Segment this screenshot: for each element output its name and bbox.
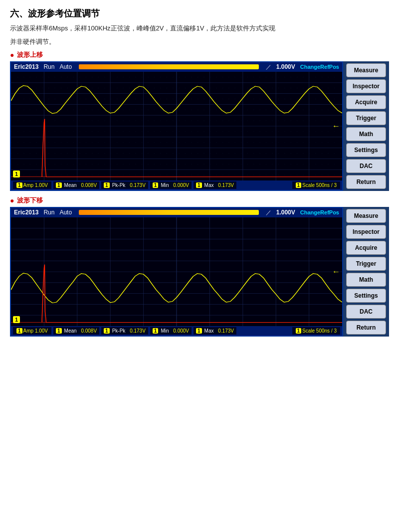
osc2-inspector-button[interactable]: Inspector [346, 225, 386, 239]
osc2-acquire-button[interactable]: Acquire [346, 241, 386, 255]
osc2-footer: 1Amp 1.00V 1 Mean 0.008V 1 Pk-Pk 0.173V … [11, 326, 342, 336]
osc1-acquire-button[interactable]: Acquire [346, 95, 386, 109]
osc2-scale: 1Scale 500ns / 3 [292, 327, 341, 335]
osc2-math-button[interactable]: Math [346, 273, 386, 287]
osc2-voltage: 1.000V [276, 209, 295, 216]
osc1-header: Eric2013 Run Auto ／ 1.000V ChangeRefPos [11, 62, 342, 72]
osc1-math-button[interactable]: Math [346, 127, 386, 141]
osc1-mean: 1 Mean 0.008V [53, 181, 99, 189]
osc2-trigger-icon: ／ [266, 209, 271, 216]
osc2-run: Run [43, 209, 54, 216]
osc1-grid-svg [11, 72, 342, 180]
osc1-scale: 1Scale 500ns / 3 [292, 181, 341, 189]
osc1-footer: 1Amp 1.00V 1 Mean 0.008V 1 Pk-Pk 0.173V … [11, 180, 342, 190]
section-title: 六、波形参考位置调节 [10, 7, 389, 19]
osc2-grid-svg [11, 217, 342, 326]
osc1-side-buttons: Measure Inspector Acquire Trigger Math S… [343, 61, 389, 191]
osc2-header: Eric2013 Run Auto ／ 1.000V ChangeRefPos [11, 208, 342, 217]
osc2-bar [79, 210, 259, 215]
osc2-dac-button[interactable]: DAC [346, 305, 386, 319]
osc1-channel-label: 1 [13, 171, 20, 177]
osc1-return-button[interactable]: Return [346, 175, 386, 189]
osc2-channel-label: 1 [13, 316, 20, 323]
description-line2: 并非硬件调节。 [10, 37, 389, 47]
osc2-settings-button[interactable]: Settings [346, 289, 386, 303]
osc1-min: 1 Min 0.000V [150, 181, 192, 189]
osc1-settings-button[interactable]: Settings [346, 143, 386, 157]
osc1-screen: 1 ← [11, 72, 342, 180]
osc2-trigger-button[interactable]: Trigger [346, 257, 386, 271]
osc1-ref-arrow: ← [332, 122, 340, 131]
osc1-title: Eric2013 [14, 63, 38, 70]
wave-up-label: 波形上移 [10, 50, 389, 59]
osc1-voltage: 1.000V [276, 63, 295, 70]
osc2-amp: 1Amp 1.00V [13, 327, 51, 335]
osc1-bar [79, 64, 259, 69]
osc1-pkpk: 1 Pk-Pk 0.173V [101, 181, 148, 189]
osc2-screen: 1 ← [11, 217, 342, 326]
osc2-side-buttons: Measure Inspector Acquire Trigger Math S… [343, 207, 389, 337]
osc2-auto: Auto [59, 209, 72, 216]
osc2-min: 1 Min 0.000V [150, 327, 192, 335]
osc1-max: 1 Max 0.173V [194, 181, 236, 189]
description-line1: 示波器采样率6Msps，采样100KHz正弦波，峰峰值2V，直流偏移1V，此方法… [10, 23, 389, 34]
osc1-trigger-button[interactable]: Trigger [346, 111, 386, 125]
osc1-dac-button[interactable]: DAC [346, 159, 386, 173]
wave-down-label: 波形下移 [10, 196, 389, 205]
osc2-return-button[interactable]: Return [346, 321, 386, 335]
osc2-measure-button[interactable]: Measure [346, 209, 386, 223]
osc1-trigger-icon: ／ [266, 63, 271, 71]
osc1-measure-button[interactable]: Measure [346, 63, 386, 77]
osc1-auto: Auto [59, 63, 72, 70]
osc2-main: Eric2013 Run Auto ／ 1.000V ChangeRefPos [10, 207, 343, 337]
osc2-max: 1 Max 0.173V [194, 327, 236, 335]
osc1-mode: ChangeRefPos [300, 64, 339, 70]
osc1-run: Run [43, 63, 54, 70]
osc1-main: Eric2013 Run Auto ／ 1.000V ChangeRefPos [10, 61, 343, 191]
osc2-title: Eric2013 [14, 209, 38, 216]
osc2-mode: ChangeRefPos [300, 209, 339, 215]
osc1-amp: 1Amp 1.00V [13, 181, 51, 189]
oscilloscope-2: Eric2013 Run Auto ／ 1.000V ChangeRefPos [10, 207, 389, 337]
osc1-inspector-button[interactable]: Inspector [346, 79, 386, 93]
osc2-ref-arrow: ← [332, 267, 340, 276]
osc2-mean: 1 Mean 0.008V [53, 327, 99, 335]
osc2-pkpk: 1 Pk-Pk 0.173V [101, 327, 148, 335]
oscilloscope-1: Eric2013 Run Auto ／ 1.000V ChangeRefPos [10, 61, 389, 191]
